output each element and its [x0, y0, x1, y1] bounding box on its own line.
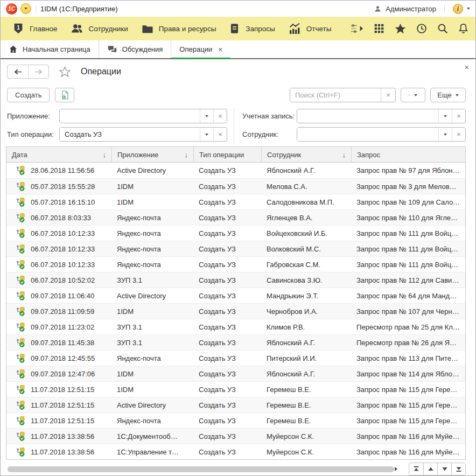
- go-to-bottom-button[interactable]: [451, 463, 465, 475]
- application-dropdown-button[interactable]: [200, 109, 213, 123]
- cell-request: Запрос прав № 113 для Питерс…: [351, 354, 465, 362]
- table-row[interactable]: 11.07.2018 12:51:15 Active Directory Соз…: [6, 397, 465, 412]
- table-row[interactable]: 11.07.2018 12:51:15 1IDM Создать УЗ Гере…: [6, 381, 465, 397]
- table-row[interactable]: 05.07.2018 16:15:10 1IDM Создать УЗ Сало…: [6, 194, 465, 209]
- current-user-label: Администратор: [386, 5, 436, 13]
- horizontal-scrollbar[interactable]: [6, 465, 390, 474]
- tab-home-page[interactable]: Начальная страница: [1, 40, 99, 58]
- account-clear-button[interactable]: ×: [452, 109, 465, 123]
- operation-record-icon: [16, 244, 25, 254]
- operation-record-icon: [16, 369, 25, 379]
- cell-date: 11.07.2018 13:38:56: [6, 432, 111, 441]
- form-header: Операции ×: [1, 59, 475, 84]
- tab-discussions[interactable]: Обсуждения: [99, 40, 172, 58]
- table-row[interactable]: 11.07.2018 13:38:56 1С:Документооб… Созд…: [6, 428, 465, 444]
- cell-operation-type: Создать УЗ: [193, 417, 261, 425]
- cell-request: Запрос прав № 109 для Салод…: [351, 198, 465, 206]
- row-down-button[interactable]: [437, 463, 451, 475]
- table-row[interactable]: 06.07.2018 10:52:02 ЗУП 3.1 Создать УЗ С…: [6, 272, 465, 288]
- tab-operations[interactable]: Операции ×: [171, 40, 230, 58]
- back-button[interactable]: [8, 65, 28, 78]
- operation-type-input[interactable]: [60, 128, 200, 141]
- column-header-employee[interactable]: Сотрудник ↓: [261, 147, 351, 162]
- row-up-button[interactable]: [423, 463, 437, 475]
- go-to-top-button[interactable]: [409, 463, 423, 475]
- cell-request: Запрос прав № 114 для Яблон…: [351, 370, 465, 378]
- operation-record-icon: [16, 416, 25, 425]
- section-rights-resources[interactable]: Права и ресурсы: [135, 17, 223, 40]
- advanced-search-button[interactable]: [401, 88, 425, 102]
- table-row[interactable]: 09.07.2018 12:45:55 Яндекс-почта Создать…: [6, 350, 465, 366]
- main-menu-button[interactable]: [20, 3, 31, 14]
- search-clear-button[interactable]: ×: [381, 88, 395, 102]
- section-employees[interactable]: Сотрудники: [64, 17, 135, 40]
- section-requests[interactable]: Запросы: [222, 17, 281, 40]
- search-box: ×: [290, 88, 396, 102]
- table-row[interactable]: 11.07.2018 12:51:15 Яндекс-почта Создать…: [6, 412, 465, 428]
- account-input[interactable]: [297, 109, 438, 123]
- table-row[interactable]: 06.07.2018 8:03:33 Яндекс-почта Создать …: [6, 209, 465, 225]
- section-main[interactable]: 1 Главное: [6, 17, 64, 40]
- employee-dropdown-button[interactable]: [438, 128, 452, 141]
- operation-record-icon: [16, 260, 25, 269]
- all-functions-button[interactable]: [373, 23, 385, 34]
- cell-application: 1IDM: [111, 307, 193, 316]
- info-button[interactable]: i: [453, 4, 463, 14]
- search-input[interactable]: [290, 88, 381, 102]
- table-row[interactable]: 05.07.2018 15:55:28 1IDM Создать УЗ Мело…: [6, 178, 465, 194]
- cell-application: 1IDM: [111, 386, 193, 394]
- chevron-down-icon[interactable]: [467, 8, 470, 10]
- operation-record-icon: [16, 447, 25, 457]
- cell-operation-type: Создать УЗ: [193, 245, 261, 253]
- application-clear-button[interactable]: ×: [213, 109, 227, 123]
- table-row[interactable]: 06.07.2018 10:12:33 Яндекс-почта Создать…: [6, 241, 465, 256]
- more-actions-button[interactable]: Еще: [430, 88, 466, 102]
- table-row[interactable]: 09.07.2018 11:45:38 ЗУП 3.1 Создать УЗ Я…: [6, 334, 465, 350]
- arrow-top-icon: [413, 466, 419, 472]
- cell-request: Запрос прав № 115 для Гереме…: [351, 417, 465, 425]
- column-header-request[interactable]: Запрос: [351, 147, 465, 162]
- table-row[interactable]: 09.07.2018 11:09:59 1IDM Создать УЗ Черн…: [6, 303, 465, 319]
- table-row[interactable]: 06.07.2018 10:12:33 Яндекс-почта Создать…: [6, 256, 465, 272]
- cell-date: 09.07.2018 11:23:02: [6, 323, 111, 332]
- cell-employee: Волковский М.С.: [261, 245, 351, 253]
- form-close-icon[interactable]: ×: [464, 62, 469, 72]
- table-row[interactable]: 28.06.2018 11:56:56 Active Directory Соз…: [6, 163, 465, 178]
- operation-type-dropdown-button[interactable]: [200, 128, 213, 141]
- table-row[interactable]: 09.07.2018 12:47:06 1IDM Создать УЗ Ябло…: [6, 366, 465, 381]
- cell-application: 1С:Документооб…: [111, 432, 193, 440]
- cell-request: Запрос прав № 111 для Войцех…: [351, 229, 465, 237]
- column-header-application[interactable]: Приложение ↓: [111, 147, 193, 162]
- column-header-date[interactable]: Дата ↓: [6, 147, 111, 162]
- scrollbar-thumb[interactable]: [8, 466, 394, 472]
- column-header-operation-type[interactable]: Тип операции: [193, 147, 261, 162]
- history-button[interactable]: [416, 23, 428, 34]
- filters-panel: Приложение: × Учетная запись: × Тип опер…: [1, 106, 475, 146]
- application-input[interactable]: [60, 109, 200, 123]
- employee-clear-button[interactable]: ×: [452, 128, 465, 141]
- add-to-favorites-button[interactable]: [59, 66, 71, 78]
- 1c-logo-icon: 1С: [6, 3, 17, 15]
- forward-button[interactable]: [28, 65, 48, 78]
- table-row[interactable]: 06.07.2018 10:12:33 Яндекс-почта Создать…: [6, 225, 465, 241]
- cell-employee: Салодовникова М.П.: [261, 198, 351, 206]
- favorites-button[interactable]: [394, 23, 407, 35]
- create-new-copy-button[interactable]: [55, 88, 74, 102]
- functions-panel-scroller[interactable]: [350, 22, 364, 35]
- create-button[interactable]: Создать: [7, 88, 50, 102]
- cell-request: Запрос прав № 110 для Ягленц…: [351, 214, 465, 222]
- operation-record-icon: [16, 385, 25, 394]
- cell-date: 11.07.2018 13:38:56: [6, 447, 111, 457]
- new-document-icon: [60, 90, 70, 100]
- notifications-button[interactable]: [458, 23, 469, 34]
- table-row[interactable]: 09.07.2018 11:23:02 ЗУП 3.1 Создать УЗ К…: [6, 319, 465, 334]
- table-row[interactable]: 09.07.2018 11:06:40 Active Directory Соз…: [6, 288, 465, 303]
- operation-type-clear-button[interactable]: ×: [213, 128, 227, 141]
- search-global-button[interactable]: [437, 23, 449, 34]
- account-dropdown-button[interactable]: [438, 109, 452, 123]
- section-reports[interactable]: Отчеты: [282, 17, 338, 40]
- cell-application: Яндекс-почта: [111, 354, 193, 362]
- employee-input[interactable]: [297, 128, 438, 141]
- tab-close-icon[interactable]: ×: [218, 45, 222, 54]
- table-row[interactable]: 11.07.2018 13:38:56 1С:Управление т… Соз…: [6, 444, 465, 459]
